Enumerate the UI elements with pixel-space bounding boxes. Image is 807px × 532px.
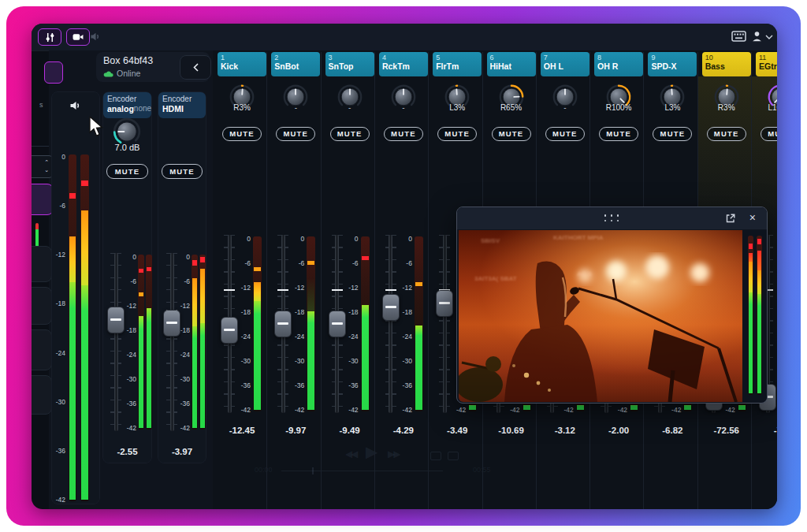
master-meter-left <box>69 154 76 501</box>
channel-3-mute-button[interactable]: MUTE <box>330 127 370 141</box>
user-icon[interactable] <box>751 30 763 43</box>
channel-3-fader-handle-line <box>332 322 343 325</box>
meter-green-segment <box>630 405 638 410</box>
pip-icon[interactable] <box>430 452 441 460</box>
encoder-1-meter-right <box>199 255 206 430</box>
channel-8-header[interactable]: 8OH R <box>594 52 643 76</box>
channel-number: 2 <box>274 54 317 61</box>
speaker-muted-icon[interactable] <box>90 32 102 42</box>
channel-7-pan-value: - <box>541 103 589 112</box>
encoder-title: Encoder <box>107 95 147 103</box>
monitor-speaker-icon[interactable] <box>69 100 82 111</box>
encoder-hdmi-mute-button[interactable]: MUTE <box>162 164 203 179</box>
mixer-view-button[interactable] <box>38 28 61 46</box>
encoder-tab-none[interactable]: none <box>134 104 151 113</box>
channel-4-mute-button[interactable]: MUTE <box>384 127 423 141</box>
channel-3-fader-handle[interactable] <box>329 311 346 337</box>
channel-4-level-value: -4.29 <box>378 426 429 435</box>
channel-8-mute-button[interactable]: MUTE <box>599 127 638 141</box>
encoder-gain-knob[interactable] <box>112 117 142 147</box>
channel-name: SnTop <box>329 61 371 72</box>
channel-4-fader-handle[interactable] <box>382 294 400 321</box>
keyboard-icon[interactable] <box>731 31 746 42</box>
rewind-icon[interactable]: ◀◀ <box>345 448 356 459</box>
play-icon[interactable]: ▶ <box>366 442 377 461</box>
seek-handle[interactable] <box>312 467 314 474</box>
video-preview-panel[interactable]: × <box>456 206 768 404</box>
meter-green-segment <box>362 305 369 410</box>
channel-6-header[interactable]: 6HiHat <box>487 52 536 76</box>
channel-name: FlrTm <box>436 61 478 72</box>
sidebar-item[interactable] <box>32 375 52 415</box>
channel-1-fader-handle-line <box>224 329 235 331</box>
encoder-analog-mute-button[interactable]: MUTE <box>106 164 148 179</box>
channel-3-meter <box>361 236 370 411</box>
drag-handle-icon[interactable] <box>604 214 620 221</box>
channel-11-pan-value: L100% <box>757 103 777 112</box>
channel-1-mute-button[interactable]: MUTE <box>222 127 262 141</box>
encoder-tab-hdmi[interactable]: HDMI <box>162 104 184 113</box>
channel-11-mute-button[interactable]: MUTE <box>761 127 777 141</box>
overlay-meter-right <box>757 236 762 395</box>
channel-2-fader-handle[interactable] <box>274 311 292 337</box>
meter-peak-hold <box>69 193 76 199</box>
channel-7-level-value: -3.12 <box>540 426 590 435</box>
channel-9-header[interactable]: 9SPD-X <box>648 52 697 76</box>
encoder-0-fader-rail <box>114 253 118 431</box>
channel-name: SnBot <box>274 61 317 72</box>
channel-7-mute-button[interactable]: MUTE <box>545 127 585 141</box>
sidebar-item-active[interactable] <box>44 61 63 84</box>
channel-2-mute-button[interactable]: MUTE <box>276 127 315 141</box>
meter-green-segment <box>81 285 88 500</box>
meter-peak-dot <box>139 269 143 273</box>
meter-red-segment <box>757 251 761 270</box>
open-external-icon[interactable] <box>726 214 735 223</box>
channel-1-pan-value: R3% <box>218 103 266 112</box>
collapse-panel-button[interactable] <box>180 55 211 80</box>
meter-orange-segment <box>749 262 753 293</box>
svg-text:KAITHORT MPIA: KAITHORT MPIA <box>553 234 604 241</box>
sidebar-item-selected[interactable] <box>32 184 54 215</box>
channel-10-level-value: -72.56 <box>701 426 752 435</box>
encoder-tab-analog[interactable]: analog <box>107 104 134 113</box>
channel-1-fader-handle[interactable] <box>221 317 238 344</box>
close-icon[interactable]: × <box>749 211 756 224</box>
channel-1-header[interactable]: 1Kick <box>218 52 266 76</box>
encoder-1-fader-handle[interactable] <box>163 310 180 337</box>
channel-5-fader-handle[interactable] <box>436 290 453 317</box>
cloud-online-icon <box>103 70 113 77</box>
channel-6-mute-button[interactable]: MUTE <box>492 127 531 141</box>
channel-7-header[interactable]: 7OH L <box>541 52 589 76</box>
video-preview: SBISVKAITHORT MPIA 3AIT3A( SBATAC S <box>459 230 742 402</box>
overlay-header: × <box>457 207 767 229</box>
encoder-1-fader-handle-line <box>166 322 177 324</box>
channel-3-fader-unity-tick <box>332 289 343 291</box>
meter-peak-dot <box>362 256 369 260</box>
fast-forward-icon[interactable]: ▶▶ <box>388 448 399 459</box>
channel-11-header[interactable]: 11EGtr1L <box>756 52 777 76</box>
meter-green-segment <box>523 405 530 410</box>
meter-green-segment <box>147 308 151 428</box>
channel-5-header[interactable]: 5FlrTm <box>433 52 482 76</box>
channel-10-mute-button[interactable]: MUTE <box>707 127 746 141</box>
fullscreen-icon[interactable] <box>448 452 459 460</box>
channel-2-header[interactable]: 2SnBot <box>271 52 320 76</box>
channel-9-mute-button[interactable]: MUTE <box>653 127 692 141</box>
channel-4-header[interactable]: 4RckTm <box>379 52 428 76</box>
channel-8-pan-value: R100% <box>595 103 642 112</box>
device-status: Online <box>103 69 140 78</box>
meter-green-segment <box>69 282 76 500</box>
master-scale-label: -36 <box>42 447 65 455</box>
chevron-down-icon[interactable] <box>765 35 773 39</box>
channel-10-header[interactable]: 10Bass <box>702 52 751 76</box>
channel-5-pan-value: L3% <box>433 103 481 112</box>
screenshot-stage: s ⌃⌄ Box 64bf43 Online <box>0 0 807 532</box>
camera-view-button[interactable] <box>66 28 90 46</box>
channel-5-mute-button[interactable]: MUTE <box>437 127 477 141</box>
encoder-0-fader-handle[interactable] <box>107 307 125 333</box>
meter-peak-dot <box>415 282 422 286</box>
seek-bar[interactable] <box>281 471 443 471</box>
channel-3-header[interactable]: 3SnTop <box>325 52 374 76</box>
sidebar-label-fragment: s <box>39 101 43 109</box>
channel-4-meter <box>415 236 423 411</box>
